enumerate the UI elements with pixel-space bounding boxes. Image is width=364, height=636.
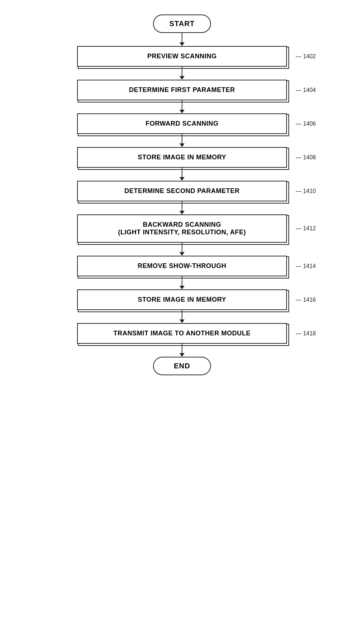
- node-1404-row: DETERMINE FIRST PARAMETER 1404: [55, 80, 309, 100]
- arrow-line: [182, 201, 183, 211]
- arrow-head: [179, 252, 185, 256]
- arrow-head: [179, 177, 185, 181]
- arrow-line: [182, 67, 183, 76]
- arrow-7: [179, 243, 185, 256]
- label-1414: 1414: [296, 263, 316, 269]
- node-1404-shadow: DETERMINE FIRST PARAMETER 1404: [77, 80, 287, 100]
- node-1412: BACKWARD SCANNING (LIGHT INTENSITY, RESO…: [77, 214, 287, 243]
- node-1410-row: DETERMINE SECOND PARAMETER 1410: [55, 181, 309, 201]
- arrow-head: [179, 76, 185, 80]
- node-1408-shadow: STORE IMAGE IN MEMORY 1408: [77, 147, 287, 168]
- arrow-6: [179, 201, 185, 214]
- node-1412-shadow: BACKWARD SCANNING (LIGHT INTENSITY, RESO…: [77, 214, 287, 243]
- node-1418: TRANSMIT IMAGE TO ANOTHER MODULE: [77, 323, 287, 344]
- label-1408: 1408: [296, 154, 316, 161]
- node-1412-row: BACKWARD SCANNING (LIGHT INTENSITY, RESO…: [55, 214, 309, 243]
- node-1418-row: TRANSMIT IMAGE TO ANOTHER MODULE 1418: [55, 323, 309, 344]
- node-1402-row: PREVIEW SCANNING 1402: [55, 46, 309, 67]
- node-1414-row: REMOVE SHOW-THROUGH 1414: [55, 256, 309, 276]
- node-1416-shadow: STORE IMAGE IN MEMORY 1416: [77, 289, 287, 310]
- node-1416: STORE IMAGE IN MEMORY: [77, 289, 287, 310]
- label-1416: 1416: [296, 297, 316, 303]
- arrow-2: [179, 67, 185, 80]
- arrow-line: [182, 276, 183, 286]
- node-1414: REMOVE SHOW-THROUGH: [77, 256, 287, 276]
- arrow-head: [179, 319, 185, 323]
- node-1402-shadow: PREVIEW SCANNING 1402: [77, 46, 287, 67]
- node-1406-shadow: FORWARD SCANNING 1406: [77, 113, 287, 134]
- arrow-head: [179, 353, 185, 357]
- node-1408-row: STORE IMAGE IN MEMORY 1408: [55, 147, 309, 168]
- node-1404: DETERMINE FIRST PARAMETER: [77, 80, 287, 100]
- flowchart: START PREVIEW SCANNING 1402 DETERMINE FI…: [55, 14, 309, 375]
- arrow-head: [179, 286, 185, 289]
- label-1404: 1404: [296, 87, 316, 93]
- node-1410: DETERMINE SECOND PARAMETER: [77, 181, 287, 201]
- end-node-row: END: [55, 357, 309, 375]
- node-1418-shadow: TRANSMIT IMAGE TO ANOTHER MODULE 1418: [77, 323, 287, 344]
- arrow-line: [182, 310, 183, 319]
- arrow-head: [179, 110, 185, 113]
- node-1408: STORE IMAGE IN MEMORY: [77, 147, 287, 168]
- arrow-1: [179, 33, 185, 46]
- label-1406: 1406: [296, 121, 316, 127]
- label-1402: 1402: [296, 53, 316, 60]
- arrow-line: [182, 344, 183, 353]
- label-1410: 1410: [296, 188, 316, 194]
- node-1406: FORWARD SCANNING: [77, 113, 287, 134]
- node-1414-shadow: REMOVE SHOW-THROUGH 1414: [77, 256, 287, 276]
- arrow-4: [179, 134, 185, 147]
- arrow-10: [179, 344, 185, 357]
- arrow-line: [182, 168, 183, 177]
- arrow-5: [179, 168, 185, 181]
- arrow-line: [182, 33, 183, 42]
- end-terminal: END: [153, 357, 211, 375]
- start-node-row: START: [55, 14, 309, 33]
- node-1410-shadow: DETERMINE SECOND PARAMETER 1410: [77, 181, 287, 201]
- label-1418: 1418: [296, 330, 316, 337]
- label-1412: 1412: [296, 225, 316, 232]
- node-1416-row: STORE IMAGE IN MEMORY 1416: [55, 289, 309, 310]
- node-1406-row: FORWARD SCANNING 1406: [55, 113, 309, 134]
- node-1402: PREVIEW SCANNING: [77, 46, 287, 67]
- arrow-3: [179, 100, 185, 113]
- arrow-head: [179, 42, 185, 46]
- arrow-head: [179, 211, 185, 214]
- start-terminal: START: [153, 14, 211, 33]
- arrow-line: [182, 100, 183, 110]
- arrow-head: [179, 143, 185, 147]
- arrow-line: [182, 134, 183, 143]
- arrow-9: [179, 310, 185, 323]
- arrow-line: [182, 243, 183, 252]
- arrow-8: [179, 276, 185, 289]
